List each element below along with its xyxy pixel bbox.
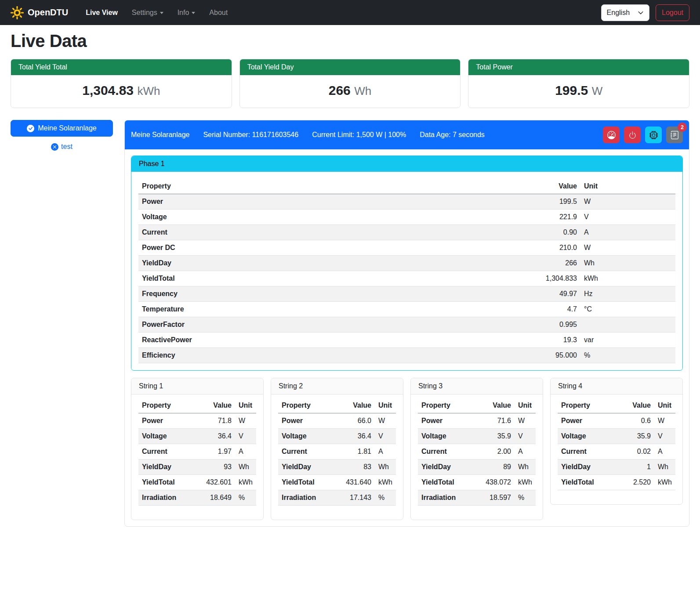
table-row: Voltage35.9V — [558, 429, 675, 444]
column-header-value: Value — [201, 398, 235, 413]
language-select[interactable]: English — [601, 4, 649, 21]
value-cell: 1 — [620, 460, 654, 475]
selected-inverter-label: Meine Solaranlage — [38, 124, 96, 132]
chevron-down-icon — [638, 10, 644, 16]
inverter-panel-body: Phase 1 Property Value Unit Power199.5WV… — [125, 149, 689, 526]
property-cell: YieldDay — [138, 256, 523, 271]
property-cell: Irradiation — [418, 490, 480, 506]
property-cell: Voltage — [558, 429, 620, 444]
property-cell: ReactivePower — [138, 333, 523, 348]
unit-cell: kWh — [375, 475, 396, 490]
string-4-card: String 4 Property Value Unit — [550, 378, 683, 505]
property-cell: Current — [138, 444, 201, 460]
total-yield-day-value: 266 — [329, 83, 351, 98]
property-cell: YieldTotal — [558, 475, 620, 490]
value-cell: 1.81 — [341, 444, 375, 460]
value-cell: 18.597 — [480, 490, 515, 506]
unit-cell: kWh — [515, 475, 536, 490]
table-row: Temperature4.7°C — [138, 302, 675, 317]
string-3-card: String 3 Property Value Unit — [410, 378, 543, 520]
event-log-button[interactable]: 2 — [666, 127, 683, 143]
unit-cell: W — [580, 240, 675, 256]
navbar-right: English Logout — [601, 4, 689, 21]
value-cell: 221.9 — [523, 210, 580, 225]
property-cell: Voltage — [418, 429, 480, 444]
value-cell: 18.649 — [201, 490, 235, 506]
string-card-body: Property Value Unit Power0.6WVoltage35.9… — [551, 394, 682, 504]
table-row: YieldDay89Wh — [418, 460, 536, 475]
nav-item-about[interactable]: About — [203, 5, 234, 20]
property-cell: YieldTotal — [138, 475, 201, 490]
string-4-table: Property Value Unit Power0.6WVoltage35.9… — [558, 398, 675, 490]
unit-cell: Wh — [375, 460, 396, 475]
table-row: Irradiation18.597% — [418, 490, 536, 506]
property-cell: Voltage — [138, 210, 523, 225]
unit-cell: °C — [580, 302, 675, 317]
table-row: Power DC210.0W — [138, 240, 675, 256]
unit-cell: W — [235, 413, 256, 429]
value-cell: 35.9 — [480, 429, 515, 444]
value-cell: 93 — [201, 460, 235, 475]
table-row: ReactivePower19.3var — [138, 333, 675, 348]
logout-button[interactable]: Logout — [656, 4, 689, 21]
property-cell: Voltage — [138, 429, 201, 444]
inverter-panel-header: Meine Solaranlage Serial Number: 1161716… — [125, 120, 689, 149]
unit-cell: % — [375, 490, 396, 506]
column-header-property: Property — [558, 398, 620, 413]
total-yield-total-unit: kWh — [137, 84, 160, 98]
value-cell: 432.601 — [201, 475, 235, 490]
device-info-button[interactable] — [645, 127, 662, 143]
table-row: Efficiency95.000% — [138, 348, 675, 363]
unit-cell: A — [654, 444, 675, 460]
value-cell: 36.4 — [341, 429, 375, 444]
string-2-table: Property Value Unit Power66.0WVoltage36.… — [278, 398, 396, 506]
brand[interactable]: OpenDTU — [11, 6, 68, 19]
cpu-icon — [649, 131, 658, 139]
inverter-header-texts: Meine Solaranlage Serial Number: 1161716… — [131, 131, 485, 139]
unit-cell: A — [580, 225, 675, 240]
table-row: Voltage36.4V — [278, 429, 396, 444]
navbar: OpenDTU Live View Settings Info About En… — [0, 0, 700, 25]
inverter-item-test[interactable]: test — [11, 143, 113, 151]
value-cell: 49.97 — [523, 286, 580, 302]
unit-cell: kWh — [235, 475, 256, 490]
power-control-button[interactable] — [624, 127, 641, 143]
total-yield-total-value: 1,304.83 — [82, 83, 134, 98]
column-header-property: Property — [418, 398, 480, 413]
nav-item-label: Info — [178, 9, 189, 17]
limit-settings-button[interactable] — [603, 127, 620, 143]
card-header: Total Yield Total — [11, 59, 232, 75]
table-header-row: Property Value Unit — [558, 398, 675, 413]
unit-cell — [580, 317, 675, 333]
property-cell: Temperature — [138, 302, 523, 317]
value-cell: 36.4 — [201, 429, 235, 444]
property-cell: Power DC — [138, 240, 523, 256]
value-cell: 89 — [480, 460, 515, 475]
column-header-unit: Unit — [515, 398, 536, 413]
page-title: Live Data — [11, 31, 689, 51]
table-header-row: Property Value Unit — [138, 398, 256, 413]
selected-inverter-button[interactable]: Meine Solaranlage — [11, 120, 113, 137]
table-row: PowerFactor0.995 — [138, 317, 675, 333]
nav-item-settings[interactable]: Settings — [126, 5, 170, 20]
inverter-toolbar: 2 — [603, 127, 683, 143]
unit-cell: kWh — [654, 475, 675, 490]
value-cell: 71.6 — [480, 413, 515, 429]
column-header-unit: Unit — [375, 398, 396, 413]
table-row: YieldDay83Wh — [278, 460, 396, 475]
unit-cell: var — [580, 333, 675, 348]
string-card-body: Property Value Unit Power71.6WVoltage35.… — [411, 394, 543, 520]
unit-cell: A — [515, 444, 536, 460]
property-cell: Irradiation — [138, 490, 201, 506]
total-power-unit: W — [592, 84, 603, 98]
string-card-header: String 4 — [551, 378, 682, 394]
unit-cell: Hz — [580, 286, 675, 302]
inverter-limit: Current Limit: 1,500 W | 100% — [312, 131, 406, 139]
value-cell: 266 — [523, 256, 580, 271]
unit-cell: A — [375, 444, 396, 460]
nav-item-live-view[interactable]: Live View — [80, 5, 124, 20]
value-cell: 4.7 — [523, 302, 580, 317]
nav-item-info[interactable]: Info — [171, 5, 202, 20]
total-power-value: 199.5 — [555, 83, 588, 98]
table-row: YieldDay266Wh — [138, 256, 675, 271]
